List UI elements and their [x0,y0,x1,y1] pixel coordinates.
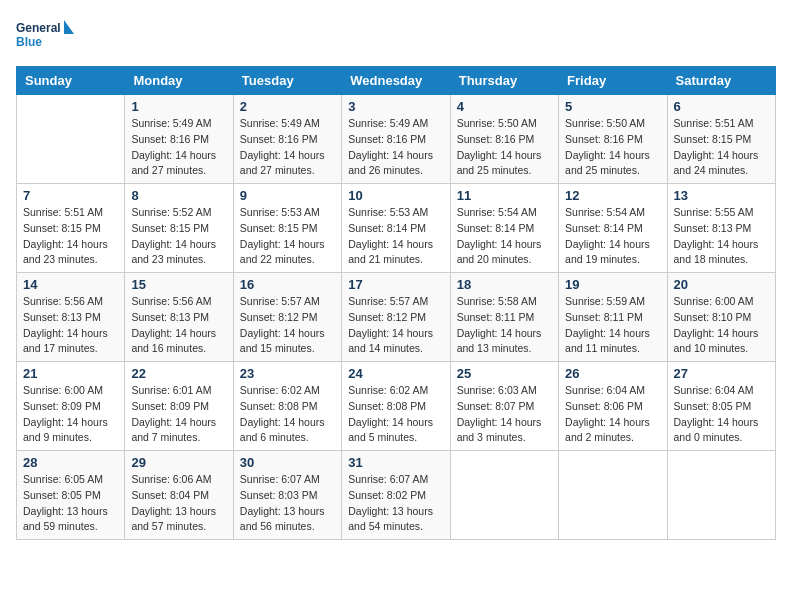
day-cell: 13Sunrise: 5:55 AM Sunset: 8:13 PM Dayli… [667,184,775,273]
day-cell: 28Sunrise: 6:05 AM Sunset: 8:05 PM Dayli… [17,451,125,540]
day-cell: 31Sunrise: 6:07 AM Sunset: 8:02 PM Dayli… [342,451,450,540]
svg-text:Blue: Blue [16,35,42,49]
day-number: 24 [348,366,443,381]
day-number: 28 [23,455,118,470]
day-cell: 7Sunrise: 5:51 AM Sunset: 8:15 PM Daylig… [17,184,125,273]
day-cell: 4Sunrise: 5:50 AM Sunset: 8:16 PM Daylig… [450,95,558,184]
day-number: 15 [131,277,226,292]
day-number: 10 [348,188,443,203]
day-cell: 9Sunrise: 5:53 AM Sunset: 8:15 PM Daylig… [233,184,341,273]
day-info: Sunrise: 6:02 AM Sunset: 8:08 PM Dayligh… [348,383,443,446]
day-number: 2 [240,99,335,114]
day-cell: 24Sunrise: 6:02 AM Sunset: 8:08 PM Dayli… [342,362,450,451]
day-cell [17,95,125,184]
day-info: Sunrise: 6:00 AM Sunset: 8:10 PM Dayligh… [674,294,769,357]
day-cell: 6Sunrise: 5:51 AM Sunset: 8:15 PM Daylig… [667,95,775,184]
day-info: Sunrise: 5:52 AM Sunset: 8:15 PM Dayligh… [131,205,226,268]
day-info: Sunrise: 5:49 AM Sunset: 8:16 PM Dayligh… [348,116,443,179]
col-header-tuesday: Tuesday [233,67,341,95]
week-row-5: 28Sunrise: 6:05 AM Sunset: 8:05 PM Dayli… [17,451,776,540]
day-cell: 29Sunrise: 6:06 AM Sunset: 8:04 PM Dayli… [125,451,233,540]
day-info: Sunrise: 6:03 AM Sunset: 8:07 PM Dayligh… [457,383,552,446]
day-number: 5 [565,99,660,114]
day-number: 1 [131,99,226,114]
day-cell: 30Sunrise: 6:07 AM Sunset: 8:03 PM Dayli… [233,451,341,540]
day-number: 19 [565,277,660,292]
day-number: 13 [674,188,769,203]
day-cell [559,451,667,540]
day-cell: 18Sunrise: 5:58 AM Sunset: 8:11 PM Dayli… [450,273,558,362]
day-info: Sunrise: 5:56 AM Sunset: 8:13 PM Dayligh… [23,294,118,357]
day-number: 23 [240,366,335,381]
day-cell: 20Sunrise: 6:00 AM Sunset: 8:10 PM Dayli… [667,273,775,362]
day-cell: 19Sunrise: 5:59 AM Sunset: 8:11 PM Dayli… [559,273,667,362]
day-info: Sunrise: 6:07 AM Sunset: 8:03 PM Dayligh… [240,472,335,535]
day-number: 31 [348,455,443,470]
col-header-wednesday: Wednesday [342,67,450,95]
day-number: 20 [674,277,769,292]
day-number: 27 [674,366,769,381]
day-info: Sunrise: 5:55 AM Sunset: 8:13 PM Dayligh… [674,205,769,268]
col-header-thursday: Thursday [450,67,558,95]
day-number: 14 [23,277,118,292]
day-cell: 10Sunrise: 5:53 AM Sunset: 8:14 PM Dayli… [342,184,450,273]
day-number: 9 [240,188,335,203]
col-header-sunday: Sunday [17,67,125,95]
day-cell: 27Sunrise: 6:04 AM Sunset: 8:05 PM Dayli… [667,362,775,451]
day-number: 8 [131,188,226,203]
page-header: General Blue [16,16,776,56]
day-cell: 15Sunrise: 5:56 AM Sunset: 8:13 PM Dayli… [125,273,233,362]
day-number: 16 [240,277,335,292]
day-cell: 22Sunrise: 6:01 AM Sunset: 8:09 PM Dayli… [125,362,233,451]
day-cell: 11Sunrise: 5:54 AM Sunset: 8:14 PM Dayli… [450,184,558,273]
logo-svg: General Blue [16,16,76,56]
day-cell: 23Sunrise: 6:02 AM Sunset: 8:08 PM Dayli… [233,362,341,451]
day-cell: 1Sunrise: 5:49 AM Sunset: 8:16 PM Daylig… [125,95,233,184]
day-number: 12 [565,188,660,203]
day-cell: 26Sunrise: 6:04 AM Sunset: 8:06 PM Dayli… [559,362,667,451]
day-number: 11 [457,188,552,203]
logo: General Blue [16,16,76,56]
day-number: 30 [240,455,335,470]
week-row-2: 7Sunrise: 5:51 AM Sunset: 8:15 PM Daylig… [17,184,776,273]
day-info: Sunrise: 6:04 AM Sunset: 8:06 PM Dayligh… [565,383,660,446]
day-cell: 12Sunrise: 5:54 AM Sunset: 8:14 PM Dayli… [559,184,667,273]
day-cell: 17Sunrise: 5:57 AM Sunset: 8:12 PM Dayli… [342,273,450,362]
day-info: Sunrise: 5:56 AM Sunset: 8:13 PM Dayligh… [131,294,226,357]
day-info: Sunrise: 6:07 AM Sunset: 8:02 PM Dayligh… [348,472,443,535]
day-info: Sunrise: 6:06 AM Sunset: 8:04 PM Dayligh… [131,472,226,535]
day-info: Sunrise: 5:58 AM Sunset: 8:11 PM Dayligh… [457,294,552,357]
day-info: Sunrise: 5:59 AM Sunset: 8:11 PM Dayligh… [565,294,660,357]
day-cell: 8Sunrise: 5:52 AM Sunset: 8:15 PM Daylig… [125,184,233,273]
day-number: 26 [565,366,660,381]
day-info: Sunrise: 6:00 AM Sunset: 8:09 PM Dayligh… [23,383,118,446]
day-number: 18 [457,277,552,292]
col-header-friday: Friday [559,67,667,95]
day-info: Sunrise: 5:53 AM Sunset: 8:15 PM Dayligh… [240,205,335,268]
day-number: 22 [131,366,226,381]
day-number: 17 [348,277,443,292]
day-info: Sunrise: 5:54 AM Sunset: 8:14 PM Dayligh… [565,205,660,268]
day-info: Sunrise: 6:02 AM Sunset: 8:08 PM Dayligh… [240,383,335,446]
svg-text:General: General [16,21,61,35]
day-cell [450,451,558,540]
week-row-1: 1Sunrise: 5:49 AM Sunset: 8:16 PM Daylig… [17,95,776,184]
day-info: Sunrise: 5:57 AM Sunset: 8:12 PM Dayligh… [240,294,335,357]
day-number: 21 [23,366,118,381]
day-info: Sunrise: 6:01 AM Sunset: 8:09 PM Dayligh… [131,383,226,446]
week-row-4: 21Sunrise: 6:00 AM Sunset: 8:09 PM Dayli… [17,362,776,451]
day-info: Sunrise: 5:53 AM Sunset: 8:14 PM Dayligh… [348,205,443,268]
calendar-table: SundayMondayTuesdayWednesdayThursdayFrid… [16,66,776,540]
day-cell: 2Sunrise: 5:49 AM Sunset: 8:16 PM Daylig… [233,95,341,184]
day-info: Sunrise: 5:50 AM Sunset: 8:16 PM Dayligh… [565,116,660,179]
day-info: Sunrise: 6:05 AM Sunset: 8:05 PM Dayligh… [23,472,118,535]
day-cell: 21Sunrise: 6:00 AM Sunset: 8:09 PM Dayli… [17,362,125,451]
col-header-monday: Monday [125,67,233,95]
day-number: 25 [457,366,552,381]
day-cell: 5Sunrise: 5:50 AM Sunset: 8:16 PM Daylig… [559,95,667,184]
day-info: Sunrise: 5:49 AM Sunset: 8:16 PM Dayligh… [131,116,226,179]
day-cell: 16Sunrise: 5:57 AM Sunset: 8:12 PM Dayli… [233,273,341,362]
col-header-saturday: Saturday [667,67,775,95]
day-number: 3 [348,99,443,114]
day-cell [667,451,775,540]
